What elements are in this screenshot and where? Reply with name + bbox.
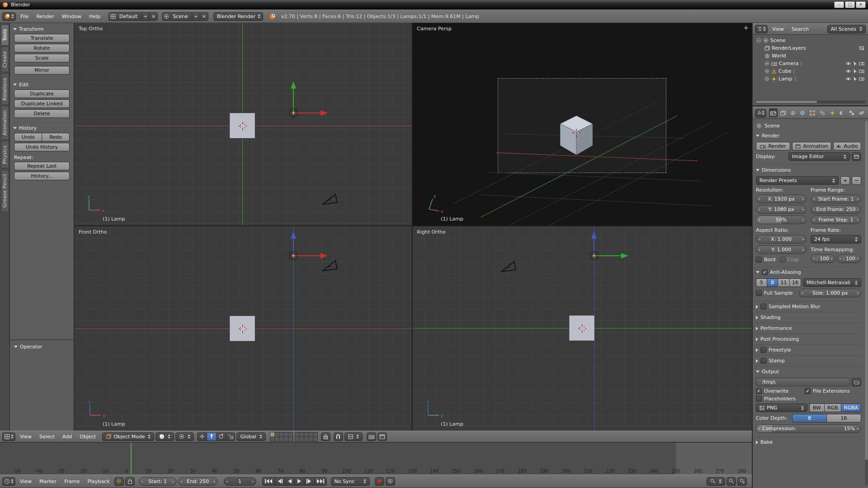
viewport-front-ortho[interactable]: Front Ortho x z (1) Lamp <box>75 226 412 431</box>
preview-range-toggle-button[interactable] <box>114 477 124 486</box>
rotate-button[interactable]: Rotate <box>14 44 70 52</box>
camera-object[interactable] <box>321 192 339 206</box>
menu-object[interactable]: Object <box>76 432 99 441</box>
redo-button[interactable]: Redo <box>42 133 70 141</box>
render-presets-select[interactable]: Render Presets <box>756 176 839 185</box>
play-reverse-button[interactable] <box>285 477 294 486</box>
checkbox[interactable] <box>779 257 785 263</box>
layer-cell[interactable] <box>288 437 292 441</box>
lamp-object-with-manipulator[interactable] <box>581 227 640 270</box>
outliner-row-world[interactable]: World <box>754 52 867 60</box>
duplicate-button[interactable]: Duplicate <box>14 89 70 98</box>
tab-scene[interactable] <box>788 108 797 117</box>
scrollbar-thumb[interactable] <box>865 121 868 460</box>
aa-filter-select[interactable]: Mitchell-Netravali <box>803 278 861 287</box>
panel-header[interactable]: Performance <box>756 324 861 333</box>
full-sample-checkbox[interactable]: Full Sample <box>756 290 797 296</box>
layer-cell[interactable] <box>279 437 283 441</box>
panel-checkbox[interactable] <box>760 358 766 364</box>
remap-new-field[interactable]: : 100 <box>837 254 861 263</box>
selectability-cursor-icon[interactable] <box>853 61 857 66</box>
close-scene-button[interactable]: ✕ <box>200 13 208 20</box>
panel-header-transform[interactable]: Transform <box>13 25 71 33</box>
border-checkbox[interactable]: Bord <box>756 257 776 263</box>
viewport-camera-persp[interactable]: Camera Persp + x y (1) Lamp <box>413 23 752 225</box>
visibility-eye-icon[interactable] <box>845 61 851 66</box>
layer-cell[interactable] <box>295 432 299 436</box>
undo-button[interactable]: Undo <box>14 133 42 141</box>
panel-checkbox[interactable] <box>760 347 766 353</box>
history-menu-button[interactable]: History... <box>14 172 70 180</box>
layer-cell[interactable] <box>304 432 308 436</box>
editor-type-button[interactable] <box>755 25 768 33</box>
manipulator-toggle-button[interactable] <box>197 432 207 441</box>
checkbox[interactable] <box>756 290 762 296</box>
layer-cell[interactable] <box>313 432 317 436</box>
end-frame-field[interactable]: End Frame: 250 <box>811 205 861 214</box>
visibility-eye-icon[interactable] <box>845 77 851 81</box>
tab-render-layers[interactable] <box>779 108 788 117</box>
render-audio-button[interactable]: Audio <box>833 142 861 150</box>
menu-marker[interactable]: Marker <box>36 477 60 486</box>
camera-object[interactable] <box>321 259 339 272</box>
depth-8-button[interactable]: 8 <box>792 414 826 422</box>
checkbox[interactable] <box>756 388 762 394</box>
resolution-scale-slider[interactable]: 50% <box>756 216 807 224</box>
frame-step-field[interactable]: Frame Step: 1 <box>811 216 861 224</box>
panel-header[interactable]: Render <box>756 131 861 140</box>
next-keyframe-button[interactable] <box>304 477 314 486</box>
tab-object[interactable] <box>808 108 817 117</box>
close-layout-button[interactable]: ✕ <box>149 13 157 20</box>
overwrite-checkbox[interactable]: Overwrite <box>756 388 803 394</box>
aa-samples-5-button[interactable]: 5 <box>756 278 767 287</box>
insert-keyframe-button[interactable] <box>726 477 736 486</box>
panel-header[interactable]: Dimensions <box>756 166 861 174</box>
end-frame-field[interactable]: End: 250 <box>178 477 218 486</box>
minimize-button[interactable]: – <box>834 1 844 8</box>
menu-search[interactable]: Search <box>788 25 812 33</box>
menu-file[interactable]: File <box>17 12 32 21</box>
region-split-plus-icon[interactable]: + <box>743 24 749 31</box>
scale-button[interactable]: Scale <box>14 54 70 62</box>
layer-cell[interactable] <box>284 432 288 436</box>
viewport-shading-select[interactable] <box>156 432 174 441</box>
tab-animation[interactable]: Animation <box>1 106 9 140</box>
outliner-row-camera[interactable]: Camera <box>754 60 867 67</box>
layer-cell[interactable] <box>309 437 313 441</box>
panel-header-operator[interactable]: Operator <box>14 343 70 351</box>
opengl-render-still-button[interactable] <box>367 432 376 441</box>
selectability-cursor-icon[interactable] <box>853 69 857 74</box>
cube-object[interactable] <box>230 316 255 341</box>
panel-header[interactable]: Bake <box>756 438 861 446</box>
tab-texture[interactable] <box>848 108 856 117</box>
opengl-render-anim-button[interactable] <box>377 432 387 441</box>
delete-button[interactable]: Delete <box>14 109 70 118</box>
snap-element-select[interactable] <box>344 432 363 441</box>
outliner-row-renderlayers[interactable]: RenderLayers <box>754 44 867 52</box>
layer-cell[interactable] <box>304 437 308 441</box>
placeholders-checkbox[interactable]: Placeholders <box>756 396 796 402</box>
jump-to-start-button[interactable] <box>262 477 274 486</box>
disclosure-minus-icon[interactable] <box>756 38 761 43</box>
aa-samples-8-button[interactable]: 8 <box>767 278 778 287</box>
translate-manipulator-button[interactable] <box>207 432 216 441</box>
file-format-select[interactable]: PNG <box>756 404 807 412</box>
start-frame-field[interactable]: Start Frame: 1 <box>811 195 861 203</box>
panel-header[interactable]: Post Processing <box>756 335 861 343</box>
panel-header[interactable]: Output <box>756 367 861 376</box>
render-still-button[interactable]: Render <box>756 142 790 150</box>
timeline-track[interactable]: -50-40-30-20-100102030405060708090100110… <box>0 442 752 474</box>
menu-playback[interactable]: Playback <box>84 477 113 486</box>
compression-slider[interactable]: Compression: 15% <box>756 424 861 433</box>
tab-material[interactable] <box>838 108 846 117</box>
panel-header[interactable]: Shading <box>756 313 861 322</box>
maximize-button[interactable]: □ <box>845 1 855 8</box>
menu-render[interactable]: Render <box>33 12 57 21</box>
viewport-top-ortho[interactable]: Top Ortho x y (1) Lamp <box>75 23 412 225</box>
bw-mode-button[interactable]: BW <box>809 404 824 412</box>
delete-keyframe-button[interactable] <box>737 477 747 486</box>
layer-cell[interactable] <box>270 437 274 441</box>
rotate-manipulator-button[interactable] <box>216 432 226 441</box>
lamp-object-with-manipulator[interactable] <box>281 71 340 126</box>
panel-header-edit[interactable]: Edit <box>13 80 71 89</box>
